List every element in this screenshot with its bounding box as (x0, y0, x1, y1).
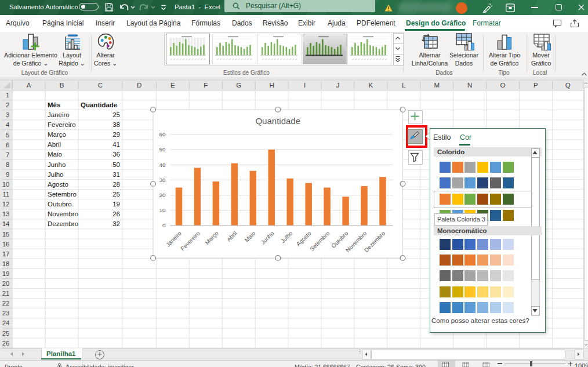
svg-text:10: 10 (2, 181, 10, 188)
svg-text:20: 20 (2, 280, 10, 287)
svg-text:A: A (27, 82, 31, 89)
svg-text:60: 60 (159, 131, 165, 137)
svg-text:Março: Março (48, 131, 66, 138)
svg-text:Junho: Junho (48, 161, 66, 168)
svg-text:19: 19 (112, 201, 120, 208)
svg-text:Dezembro: Dezembro (48, 220, 78, 227)
svg-text:18: 18 (2, 260, 10, 267)
svg-text:Outubro: Outubro (48, 201, 72, 208)
svg-text:0: 0 (162, 222, 166, 228)
svg-text:26: 26 (2, 340, 10, 347)
svg-text:28: 28 (112, 181, 120, 188)
svg-text:16: 16 (2, 241, 10, 248)
svg-text:Abril: Abril (48, 141, 61, 148)
svg-text:25: 25 (112, 191, 120, 198)
svg-text:23: 23 (2, 310, 10, 317)
svg-text:26: 26 (112, 210, 120, 217)
svg-text:Fevereiro: Fevereiro (48, 121, 76, 128)
svg-text:24: 24 (2, 319, 10, 326)
svg-text:41: 41 (112, 141, 120, 148)
svg-text:2: 2 (6, 101, 9, 108)
svg-text:7: 7 (6, 151, 9, 158)
svg-text:13: 13 (2, 210, 10, 217)
svg-text:Mês: Mês (48, 101, 60, 108)
svg-text:29: 29 (112, 131, 120, 138)
svg-text:50: 50 (159, 146, 165, 152)
svg-text:38: 38 (112, 121, 120, 128)
svg-text:Setembro: Setembro (48, 191, 77, 198)
svg-text:5: 5 (6, 132, 9, 139)
svg-text:K: K (369, 82, 373, 89)
svg-text:11: 11 (3, 191, 10, 198)
svg-text:M: M (434, 82, 440, 89)
svg-text:C: C (98, 82, 103, 89)
svg-text:1: 1 (6, 92, 9, 99)
svg-text:Maio: Maio (48, 151, 62, 158)
svg-text:Julho: Julho (48, 171, 64, 178)
svg-text:17: 17 (2, 250, 10, 257)
svg-text:Agosto: Agosto (48, 181, 68, 188)
svg-text:12: 12 (2, 201, 10, 208)
svg-text:N: N (467, 82, 472, 89)
svg-text:3: 3 (6, 111, 9, 118)
svg-text:Quantidade: Quantidade (81, 101, 117, 108)
svg-text:H: H (269, 82, 274, 89)
svg-text:20: 20 (159, 192, 165, 198)
svg-text:36: 36 (112, 151, 120, 158)
svg-text:31: 31 (112, 171, 120, 178)
svg-text:G: G (236, 82, 241, 89)
svg-text:Janeiro: Janeiro (48, 111, 70, 118)
svg-text:15: 15 (2, 231, 10, 238)
svg-text:O: O (500, 82, 506, 89)
svg-text:Quantidade: Quantidade (255, 116, 300, 126)
svg-text:22: 22 (2, 300, 10, 307)
svg-text:21: 21 (2, 290, 10, 297)
svg-text:10: 10 (159, 207, 165, 213)
svg-text:40: 40 (159, 162, 165, 168)
svg-text:19: 19 (2, 270, 10, 277)
svg-text:F: F (204, 82, 208, 89)
svg-text:P: P (533, 82, 538, 89)
svg-text:L: L (402, 82, 406, 89)
svg-text:J: J (336, 82, 340, 89)
svg-text:25: 25 (2, 330, 10, 337)
svg-text:14: 14 (2, 220, 10, 227)
svg-text:25: 25 (112, 111, 120, 118)
svg-text:Novembro: Novembro (48, 210, 78, 217)
svg-text:30: 30 (159, 177, 165, 183)
svg-text:B: B (60, 82, 64, 89)
svg-text:9: 9 (6, 171, 9, 178)
svg-text:4: 4 (6, 121, 10, 128)
svg-text:8: 8 (6, 161, 9, 168)
svg-text:32: 32 (112, 220, 120, 227)
svg-text:E: E (170, 82, 175, 89)
svg-text:I: I (304, 82, 306, 89)
svg-text:Q: Q (565, 82, 571, 89)
svg-text:50: 50 (112, 161, 120, 168)
svg-text:D: D (137, 82, 141, 89)
svg-text:6: 6 (6, 141, 9, 148)
